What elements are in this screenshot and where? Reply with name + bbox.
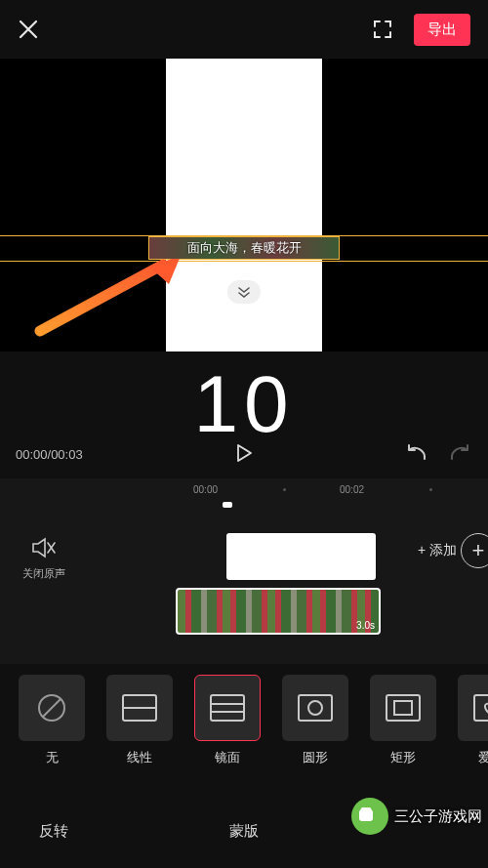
svg-rect-3 <box>211 695 244 721</box>
mask-option-heart[interactable]: 爱心 <box>451 675 488 766</box>
undo-button[interactable] <box>404 444 427 465</box>
play-button[interactable] <box>235 443 253 466</box>
svg-rect-9 <box>394 701 412 715</box>
countdown-number: 10 <box>0 364 488 444</box>
play-bar: 00:00/00:03 <box>0 444 488 465</box>
canvas-frame <box>166 59 322 351</box>
timeline[interactable]: 00:00 00:02 关闭原声 + 添加 + 3.0s <box>0 478 488 664</box>
caption-overlay[interactable]: 面向大海，春暖花开 <box>148 236 340 260</box>
none-icon <box>35 691 68 724</box>
clip-video-track[interactable]: 3.0s <box>176 588 381 635</box>
expand-icon <box>373 20 392 39</box>
mute-label: 关闭原声 <box>0 566 88 581</box>
tab-invert[interactable]: 反转 <box>39 822 68 841</box>
ruler-tick: 00:02 <box>340 484 364 495</box>
linear-mask-icon <box>121 693 158 723</box>
export-button[interactable]: 导出 <box>414 14 470 46</box>
close-button[interactable] <box>18 19 39 40</box>
add-clip-button[interactable]: + 添加 + <box>418 533 488 568</box>
fullscreen-button[interactable] <box>373 20 392 39</box>
clip-duration: 3.0s <box>356 620 375 631</box>
top-bar: 导出 <box>0 0 488 59</box>
mask-label: 矩形 <box>363 749 443 766</box>
plus-icon: + <box>461 533 488 568</box>
mask-label: 线性 <box>100 749 180 766</box>
svg-rect-6 <box>299 695 332 721</box>
circle-mask-icon <box>297 693 334 723</box>
watermark-text: 三公子游戏网 <box>394 807 482 826</box>
timeline-ruler: 00:00 00:02 <box>0 478 488 504</box>
collapse-button[interactable] <box>227 280 261 304</box>
guide-line-bottom <box>0 261 488 262</box>
tab-mask[interactable]: 蒙版 <box>229 822 259 841</box>
watermark: 三公子游戏网 <box>351 798 482 835</box>
watermark-logo-icon <box>351 798 388 835</box>
preview-area[interactable]: 面向大海，春暖花开 <box>0 59 488 351</box>
mirror-mask-icon <box>209 693 246 723</box>
mask-label: 镜面 <box>187 749 267 766</box>
rect-mask-icon <box>385 693 422 723</box>
chevrons-down-icon <box>236 286 252 298</box>
svg-point-7 <box>308 701 322 715</box>
mask-options-row: 无 线性 镜面 圆形 <box>0 666 488 775</box>
mask-option-circle[interactable]: 圆形 <box>275 675 355 766</box>
mask-label: 无 <box>12 749 92 766</box>
clip-text-track[interactable] <box>226 533 376 580</box>
speaker-mute-icon <box>31 537 57 558</box>
ruler-dot <box>429 488 432 491</box>
mask-option-linear[interactable]: 线性 <box>100 675 180 766</box>
ruler-tick: 00:00 <box>193 484 218 495</box>
svg-rect-8 <box>386 695 420 721</box>
mask-option-rect[interactable]: 矩形 <box>363 675 443 766</box>
heart-mask-icon <box>472 693 488 723</box>
ruler-dot <box>283 488 286 491</box>
mask-label: 爱心 <box>451 749 488 766</box>
play-icon <box>235 443 253 463</box>
mute-original-button[interactable]: 关闭原声 <box>0 537 88 581</box>
time-display: 00:00/00:03 <box>16 447 83 462</box>
redo-button[interactable] <box>449 444 472 465</box>
mask-option-none[interactable]: 无 <box>12 675 92 766</box>
mask-option-mirror[interactable]: 镜面 <box>187 675 267 766</box>
undo-icon <box>404 444 427 462</box>
close-icon <box>18 19 39 40</box>
redo-icon <box>449 444 472 462</box>
mask-label: 圆形 <box>275 749 355 766</box>
add-label: + 添加 <box>418 542 457 559</box>
